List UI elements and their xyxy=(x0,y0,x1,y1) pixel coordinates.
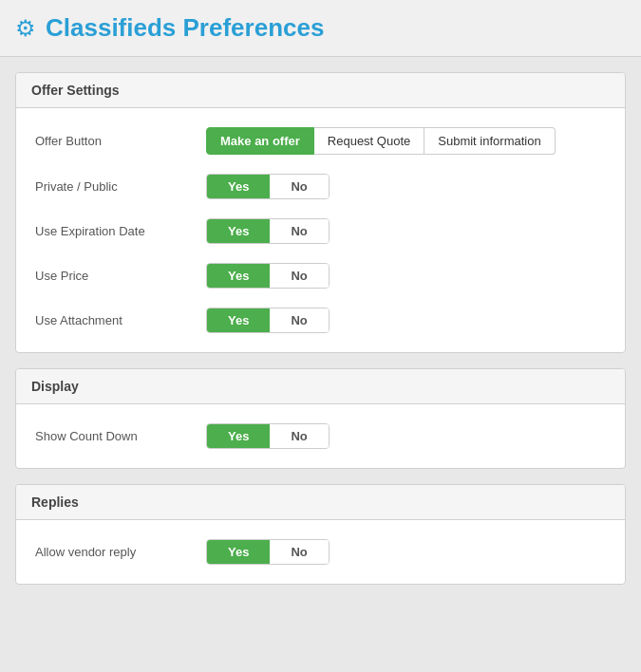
page-header: ⚙ Classifieds Preferences xyxy=(0,0,641,57)
request-quote-button[interactable]: Request Quote xyxy=(314,127,424,155)
offer-settings-section: Offer Settings Offer Button Make an offe… xyxy=(15,72,626,353)
replies-header: Replies xyxy=(16,485,625,520)
offer-button-row: Offer Button Make an offer Request Quote… xyxy=(16,118,625,164)
use-attachment-row: Use Attachment Yes No xyxy=(16,298,625,343)
make-an-offer-button[interactable]: Make an offer xyxy=(206,127,314,155)
use-expiration-date-no[interactable]: No xyxy=(270,219,328,243)
use-price-no[interactable]: No xyxy=(270,264,328,288)
offer-settings-header: Offer Settings xyxy=(16,73,625,108)
use-price-label: Use Price xyxy=(35,269,206,283)
show-count-down-row: Show Count Down Yes No xyxy=(16,414,625,458)
offer-settings-body: Offer Button Make an offer Request Quote… xyxy=(16,108,625,352)
use-price-row: Use Price Yes No xyxy=(16,253,625,298)
use-expiration-date-row: Use Expiration Date Yes No xyxy=(16,209,625,253)
private-public-row: Private / Public Yes No xyxy=(16,164,625,209)
private-public-label: Private / Public xyxy=(35,179,206,194)
display-section: Display Show Count Down Yes No xyxy=(15,368,626,469)
allow-vendor-reply-no[interactable]: No xyxy=(270,540,328,564)
allow-vendor-reply-label: Allow vendor reply xyxy=(35,545,206,559)
page-title: Classifieds Preferences xyxy=(46,13,324,43)
content-area: Offer Settings Offer Button Make an offe… xyxy=(0,57,641,600)
use-attachment-no[interactable]: No xyxy=(270,308,328,332)
show-count-down-no[interactable]: No xyxy=(270,424,328,448)
allow-vendor-reply-yes[interactable]: Yes xyxy=(207,540,270,564)
display-body: Show Count Down Yes No xyxy=(16,404,625,468)
use-expiration-date-toggle: Yes No xyxy=(206,218,330,244)
use-expiration-date-yes[interactable]: Yes xyxy=(207,219,270,243)
show-count-down-yes[interactable]: Yes xyxy=(207,424,270,448)
use-price-toggle: Yes No xyxy=(206,263,330,289)
allow-vendor-reply-row: Allow vendor reply Yes No xyxy=(16,530,625,574)
submit-information-button[interactable]: Submit information xyxy=(424,127,555,155)
offer-button-label: Offer Button xyxy=(35,134,206,148)
private-public-no[interactable]: No xyxy=(270,175,328,198)
gear-icon: ⚙ xyxy=(15,15,36,42)
use-expiration-date-label: Use Expiration Date xyxy=(35,224,206,238)
private-public-yes[interactable]: Yes xyxy=(207,175,270,198)
replies-section: Replies Allow vendor reply Yes No xyxy=(15,484,626,585)
use-price-yes[interactable]: Yes xyxy=(207,264,270,288)
private-public-toggle: Yes No xyxy=(206,174,330,199)
show-count-down-toggle: Yes No xyxy=(206,423,330,449)
use-attachment-toggle: Yes No xyxy=(206,308,330,333)
display-header: Display xyxy=(16,369,625,404)
offer-button-group: Make an offer Request Quote Submit infor… xyxy=(206,127,556,155)
show-count-down-label: Show Count Down xyxy=(35,429,206,443)
use-attachment-yes[interactable]: Yes xyxy=(207,308,270,332)
allow-vendor-reply-toggle: Yes No xyxy=(206,539,330,565)
use-attachment-label: Use Attachment xyxy=(35,313,206,327)
replies-body: Allow vendor reply Yes No xyxy=(16,520,625,584)
